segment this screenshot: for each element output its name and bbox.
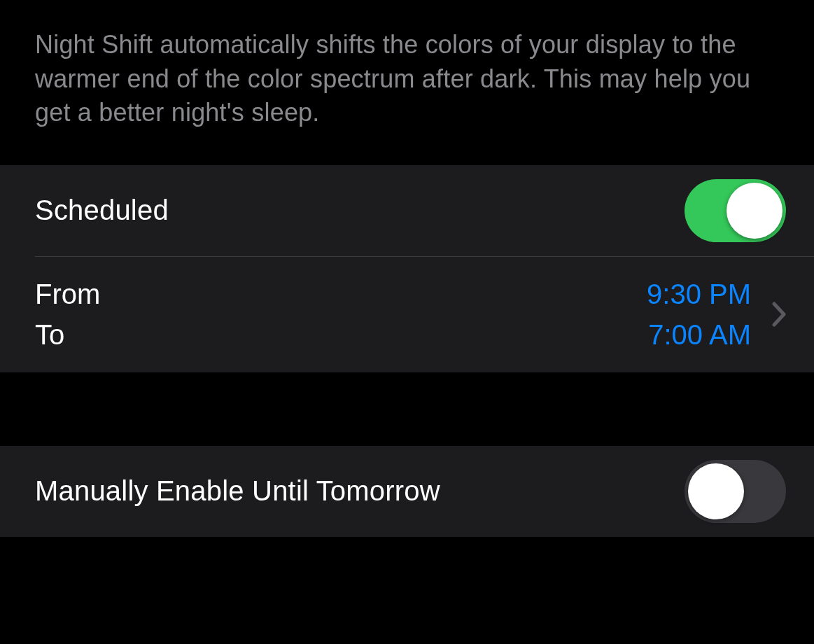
night-shift-description: Night Shift automatically shifts the col… xyxy=(0,0,814,165)
from-label: From xyxy=(35,277,100,311)
schedule-values: 9:30 PM 7:00 AM xyxy=(647,277,751,351)
manual-enable-label: Manually Enable Until Tomorrow xyxy=(35,475,440,507)
scheduled-toggle[interactable] xyxy=(685,179,786,242)
manual-enable-row[interactable]: Manually Enable Until Tomorrow xyxy=(0,446,814,537)
schedule-labels: From To xyxy=(35,277,100,351)
from-value: 9:30 PM xyxy=(647,277,751,311)
section-spacer xyxy=(0,372,814,446)
toggle-knob xyxy=(688,463,744,519)
manual-group: Manually Enable Until Tomorrow xyxy=(0,446,814,537)
scheduled-row[interactable]: Scheduled xyxy=(0,165,814,256)
schedule-group: Scheduled From To 9:30 PM 7:00 AM xyxy=(0,165,814,372)
to-label: To xyxy=(35,318,100,351)
chevron-right-icon xyxy=(772,302,786,327)
scheduled-label: Scheduled xyxy=(35,195,169,226)
toggle-knob xyxy=(727,183,783,239)
manual-enable-toggle[interactable] xyxy=(685,460,786,523)
schedule-time-row[interactable]: From To 9:30 PM 7:00 AM xyxy=(0,257,814,372)
to-value: 7:00 AM xyxy=(647,318,751,351)
